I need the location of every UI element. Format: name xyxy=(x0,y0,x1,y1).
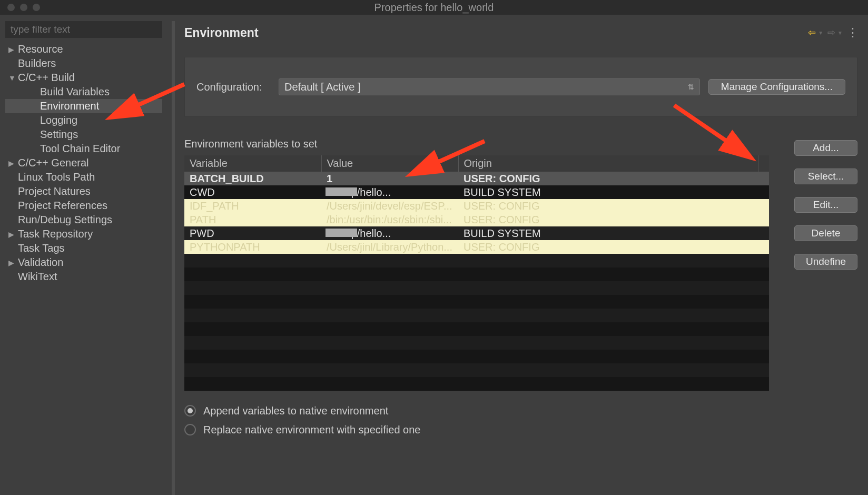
sidebar-item-run-debug-settings[interactable]: ▶Run/Debug Settings xyxy=(5,213,162,227)
cell-origin: BUILD SYSTEM xyxy=(458,185,758,199)
radio-append[interactable]: Append variables to native environment xyxy=(184,401,857,420)
cell-variable: IDF_PATH xyxy=(184,199,321,213)
table-row-empty xyxy=(184,309,769,322)
manage-configurations-button[interactable]: Manage Configurations... xyxy=(708,79,845,95)
configuration-bar: Configuration: Default [ Active ] ⇅ Mana… xyxy=(184,57,857,117)
close-icon[interactable] xyxy=(7,4,15,11)
sidebar-item-resource[interactable]: ▶Resource xyxy=(5,42,162,56)
table-row-empty xyxy=(184,268,769,281)
sidebar-item-wikitext[interactable]: ▶WikiText xyxy=(5,270,162,284)
delete-button[interactable]: Delete xyxy=(794,225,857,241)
updown-icon: ⇅ xyxy=(688,85,694,89)
table-row-empty xyxy=(184,377,769,391)
menu-icon[interactable]: ⋮ xyxy=(847,26,857,39)
sidebar-item-label: Tool Chain Editor xyxy=(40,143,120,155)
configuration-selected: Default [ Active ] xyxy=(284,81,361,93)
sidebar-item-label: Logging xyxy=(40,114,77,126)
edit-button[interactable]: Edit... xyxy=(794,197,857,213)
cell-origin: USER: CONFIG xyxy=(458,213,758,226)
sidebar-item-validation[interactable]: ▶Validation xyxy=(5,255,162,270)
forward-icon[interactable]: ⇨ xyxy=(827,27,835,38)
cell-value: /Users/jinl/Library/Python... xyxy=(321,240,458,254)
sidebar-item-task-tags[interactable]: ▶Task Tags xyxy=(5,241,162,255)
chevron-down-icon: ▼ xyxy=(8,74,18,82)
sidebar-item-label: Linux Tools Path xyxy=(18,171,95,183)
table-row-empty xyxy=(184,281,769,295)
page-title: Environment xyxy=(184,26,259,40)
back-icon[interactable]: ⇦ xyxy=(808,27,816,38)
select-button[interactable]: Select... xyxy=(794,169,857,184)
window-title: Properties for hello_world xyxy=(374,2,494,14)
col-variable[interactable]: Variable xyxy=(184,155,321,172)
radio-replace-label: Replace native environment with specifie… xyxy=(203,424,420,436)
sidebar-item-label: Project References xyxy=(18,200,107,212)
split-handle[interactable] xyxy=(172,21,175,495)
cell-origin: USER: CONFIG xyxy=(458,172,758,185)
forward-menu-icon[interactable]: ▼ xyxy=(837,30,843,36)
cell-variable: BATCH_BUILD xyxy=(184,172,321,185)
sidebar-item-logging[interactable]: ▶Logging xyxy=(5,113,162,127)
sidebar-item-build-variables[interactable]: ▶Build Variables xyxy=(5,85,162,99)
table-row-empty xyxy=(184,350,769,363)
sidebar-item-task-repository[interactable]: ▶Task Repository xyxy=(5,227,162,241)
sidebar-item-environment[interactable]: ▶Environment xyxy=(5,99,162,113)
sidebar-item-linux-tools-path[interactable]: ▶Linux Tools Path xyxy=(5,170,162,184)
sidebar-item-label: Settings xyxy=(40,128,78,141)
sidebar-item-label: C/C++ General xyxy=(18,157,89,169)
sidebar-item-builders[interactable]: ▶Builders xyxy=(5,56,162,71)
cell-value: 1 xyxy=(321,172,458,185)
col-value[interactable]: Value xyxy=(321,155,458,172)
sidebar-item-project-natures[interactable]: ▶Project Natures xyxy=(5,184,162,199)
add-button[interactable]: Add... xyxy=(794,140,857,156)
sidebar-item-settings[interactable]: ▶Settings xyxy=(5,127,162,142)
zoom-icon[interactable] xyxy=(33,4,40,11)
sidebar-item-tool-chain-editor[interactable]: ▶Tool Chain Editor xyxy=(5,142,162,156)
chevron-right-icon: ▶ xyxy=(8,230,18,239)
table-row[interactable]: PYTHONPATH/Users/jinl/Library/Python...U… xyxy=(184,240,769,254)
configuration-select[interactable]: Default [ Active ] ⇅ xyxy=(279,78,700,95)
sidebar-item-project-references[interactable]: ▶Project References xyxy=(5,199,162,213)
minimize-icon[interactable] xyxy=(20,4,27,11)
table-row[interactable]: IDF_PATH/Users/jini/devel/esp/ESP...USER… xyxy=(184,199,769,213)
table-row-empty xyxy=(184,363,769,377)
sidebar-item-c-c-general[interactable]: ▶C/C++ General xyxy=(5,156,162,170)
radio-replace[interactable]: Replace native environment with specifie… xyxy=(184,420,857,439)
col-extra xyxy=(758,155,770,172)
cell-value: … esp/hello... xyxy=(321,226,458,240)
cell-value: … esp/hello... xyxy=(321,185,458,199)
table-row[interactable]: BATCH_BUILD1USER: CONFIG xyxy=(184,172,769,185)
sidebar-item-label: Builders xyxy=(18,57,56,70)
radio-icon xyxy=(184,405,196,417)
main-panel: Environment ⇦ ▼ ⇨ ▼ ⋮ Configuration: Def… xyxy=(184,21,863,495)
cell-variable: PATH xyxy=(184,213,321,226)
undefine-button[interactable]: Undefine xyxy=(794,254,857,270)
table-row-empty xyxy=(184,295,769,309)
filter-input[interactable] xyxy=(5,21,162,38)
env-buttons: Add... Select... Edit... Delete Undefine xyxy=(794,138,857,391)
sidebar-item-label: Project Natures xyxy=(18,185,91,197)
titlebar: Properties for hello_world xyxy=(0,0,868,15)
radio-append-label: Append variables to native environment xyxy=(203,405,388,417)
cell-variable: CWD xyxy=(184,185,321,199)
chevron-right-icon: ▶ xyxy=(8,45,18,54)
env-vars-table[interactable]: Variable Value Origin BATCH_BUILD1USER: … xyxy=(184,155,769,391)
table-row-empty xyxy=(184,336,769,350)
env-mode-group: Append variables to native environment R… xyxy=(184,401,857,439)
cell-value: /Users/jini/devel/esp/ESP... xyxy=(321,199,458,213)
sidebar-item-c-c-build[interactable]: ▼C/C++ Build xyxy=(5,71,162,85)
cell-value: /bin:/usr/bin:/usr/sbin:/sbi... xyxy=(321,213,458,226)
table-row-empty xyxy=(184,322,769,336)
back-menu-icon[interactable]: ▼ xyxy=(818,30,823,36)
nav-toolbar: ⇦ ▼ ⇨ ▼ ⋮ xyxy=(808,26,857,39)
sidebar-item-label: Build Variables xyxy=(40,86,110,98)
cell-origin: BUILD SYSTEM xyxy=(458,226,758,240)
table-row[interactable]: PATH/bin:/usr/bin:/usr/sbin:/sbi...USER:… xyxy=(184,213,769,226)
table-row[interactable]: PWD… esp/hello...BUILD SYSTEM xyxy=(184,226,769,240)
chevron-right-icon: ▶ xyxy=(8,259,18,267)
cell-origin: USER: CONFIG xyxy=(458,240,758,254)
table-row[interactable]: CWD… esp/hello...BUILD SYSTEM xyxy=(184,185,769,199)
cell-variable: PYTHONPATH xyxy=(184,240,321,254)
sidebar-item-label: Validation xyxy=(18,256,63,269)
chevron-right-icon: ▶ xyxy=(8,159,18,167)
col-origin[interactable]: Origin xyxy=(458,155,758,172)
